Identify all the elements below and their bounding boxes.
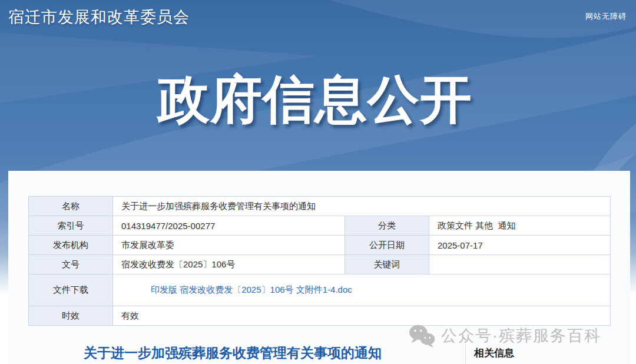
field-label-name: 名称 — [29, 197, 113, 216]
field-value-name: 关于进一步加强殡葬服务收费管理有关事项的通知 — [113, 197, 611, 216]
info-table: 名称 关于进一步加强殡葬服务收费管理有关事项的通知 索引号 014319477/… — [28, 196, 611, 326]
file-download-link[interactable]: 印发版 宿发改收费发〔2025〕106号 文附件1-4.doc — [151, 284, 352, 294]
field-value-file-download: 印发版 宿发改收费发〔2025〕106号 文附件1-4.doc — [113, 274, 611, 306]
page: 宿迁市发展和改革委员会 网站无障碍 政府信息公开 名称 关于进一步加强殡葬服务收… — [0, 0, 636, 364]
field-value-doc-number: 宿发改收费发〔2025〕106号 — [113, 255, 345, 274]
content-card: 名称 关于进一步加强殡葬服务收费管理有关事项的通知 索引号 014319477/… — [8, 171, 630, 364]
table-row: 文件下载 印发版 宿发改收费发〔2025〕106号 文附件1-4.doc — [29, 274, 611, 306]
table-row: 名称 关于进一步加强殡葬服务收费管理有关事项的通知 — [29, 197, 611, 216]
field-value-category: 政策文件 其他 通知 — [429, 216, 611, 236]
field-label-doc-number: 文号 — [29, 255, 113, 274]
site-title: 宿迁市发展和改革委员会 — [8, 6, 190, 28]
table-row: 文号 宿发改收费发〔2025〕106号 关键词 — [29, 255, 611, 274]
field-label-publish-date: 公开日期 — [345, 236, 429, 255]
table-row: 时效 有效 — [29, 306, 611, 326]
field-value-publisher: 市发展改革委 — [113, 236, 345, 255]
field-value-index-no: 014319477/2025-00277 — [113, 216, 345, 236]
field-value-keywords — [429, 255, 611, 274]
field-label-category: 分类 — [345, 216, 429, 236]
field-label-index-no: 索引号 — [29, 216, 113, 236]
field-label-validity: 时效 — [29, 306, 113, 326]
page-title: 政府信息公开 — [0, 65, 630, 135]
table-row: 索引号 014319477/2025-00277 分类 政策文件 其他 通知 — [29, 216, 611, 236]
related-info-divider — [465, 344, 466, 364]
article-title: 关于进一步加强殡葬服务收费管理有关事项的通知 — [84, 344, 382, 362]
field-label-file-download: 文件下载 — [29, 274, 113, 306]
table-row: 发布机构 市发展改革委 公开日期 2025-07-17 — [29, 236, 611, 255]
related-info-heading: 相关信息 — [474, 346, 514, 360]
field-value-publish-date: 2025-07-17 — [429, 236, 611, 255]
field-label-keywords: 关键词 — [345, 255, 429, 274]
field-label-publisher: 发布机构 — [29, 236, 113, 255]
accessibility-link[interactable]: 网站无障碍 — [585, 11, 627, 22]
field-value-validity: 有效 — [113, 306, 611, 326]
